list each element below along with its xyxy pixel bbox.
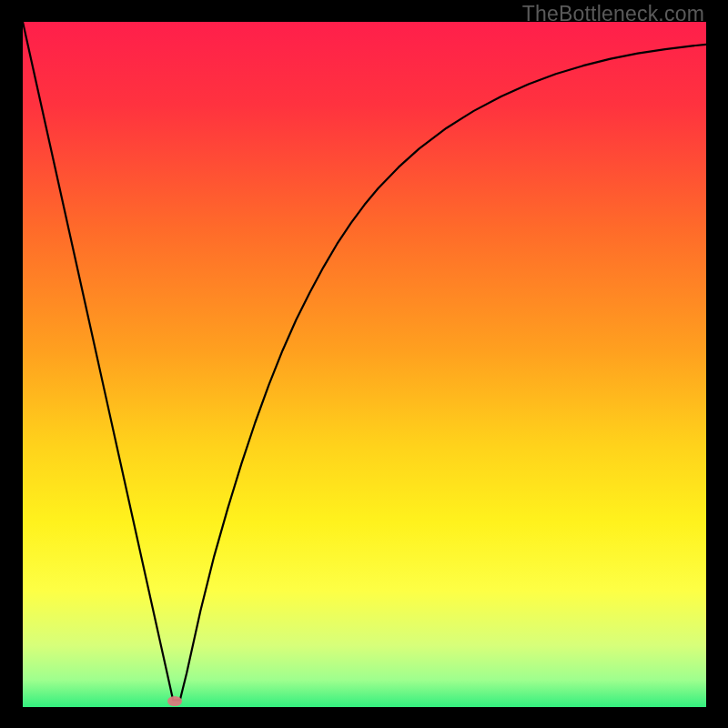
chart-root: TheBottleneck.com — [0, 0, 728, 728]
plot-area — [23, 22, 706, 707]
bottleneck-curve — [23, 22, 706, 707]
